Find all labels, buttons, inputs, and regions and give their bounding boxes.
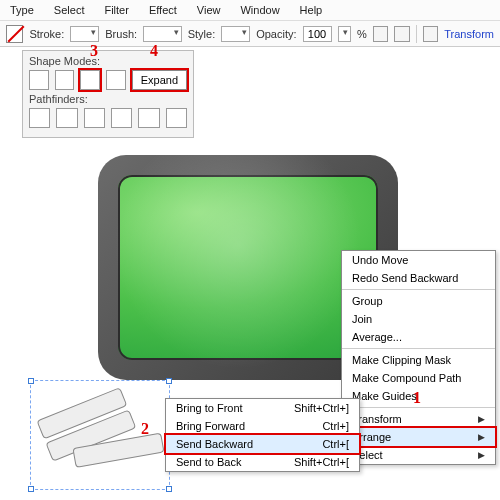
menu-filter[interactable]: Filter (100, 2, 132, 18)
callout-2: 2 (141, 420, 149, 438)
ctx-join[interactable]: Join (342, 310, 495, 328)
stroke-swatch-none[interactable] (6, 25, 23, 43)
device-screen (118, 175, 378, 360)
options-bar: Stroke: Brush: Style: Opacity: 100 % Tra… (0, 21, 500, 47)
menu-window[interactable]: Window (236, 2, 283, 18)
stroke-dropdown[interactable] (70, 26, 99, 42)
style-dropdown[interactable] (221, 26, 250, 42)
handle-se[interactable] (166, 486, 172, 492)
ctx-make-compound-path[interactable]: Make Compound Path (342, 369, 495, 387)
menu-help[interactable]: Help (296, 2, 327, 18)
toolbar-icon-2[interactable] (394, 26, 409, 42)
callout-3: 3 (90, 42, 98, 60)
percent-label: % (357, 28, 367, 40)
ctx-group[interactable]: Group (342, 292, 495, 310)
ctx-make-clipping-mask[interactable]: Make Clipping Mask (342, 351, 495, 369)
handle-sw[interactable] (28, 486, 34, 492)
ctx-arrange[interactable]: Arrange▶ (342, 428, 495, 446)
opacity-field[interactable]: 100 (303, 26, 332, 42)
handle-ne[interactable] (166, 378, 172, 384)
sub-send-backward[interactable]: Send BackwardCtrl+[ (166, 435, 359, 453)
menu-view[interactable]: View (193, 2, 225, 18)
sub-send-to-back[interactable]: Send to BackShift+Ctrl+[ (166, 453, 359, 471)
chevron-right-icon: ▶ (478, 450, 485, 460)
menubar: Type Select Filter Effect View Window He… (0, 0, 500, 21)
pathfinder-crop[interactable] (111, 108, 132, 128)
callout-1: 1 (413, 389, 421, 407)
shape-modes-label: Shape Modes: (29, 55, 187, 67)
transform-link[interactable]: Transform (444, 28, 494, 40)
chevron-right-icon: ▶ (478, 414, 485, 424)
pathfinder-merge[interactable] (84, 108, 105, 128)
ctx-select[interactable]: Select▶ (342, 446, 495, 464)
pathfinder-divide[interactable] (29, 108, 50, 128)
toolbar-icon-1[interactable] (373, 26, 388, 42)
pathfinder-trim[interactable] (56, 108, 77, 128)
context-menu: Undo Move Redo Send Backward Group Join … (341, 250, 496, 465)
sub-bring-to-front[interactable]: Bring to FrontShift+Ctrl+] (166, 399, 359, 417)
pathfinder-panel: Shape Modes: Expand Pathfinders: (22, 50, 194, 138)
chevron-right-icon: ▶ (478, 432, 485, 442)
arrange-submenu: Bring to FrontShift+Ctrl+] Bring Forward… (165, 398, 360, 472)
sub-bring-forward[interactable]: Bring ForwardCtrl+] (166, 417, 359, 435)
pathfinders-label: Pathfinders: (29, 93, 187, 105)
ctx-redo-send-backward[interactable]: Redo Send Backward (342, 269, 495, 287)
ctx-undo-move[interactable]: Undo Move (342, 251, 495, 269)
stroke-label: Stroke: (29, 28, 64, 40)
shape-mode-add[interactable] (29, 70, 49, 90)
brush-dropdown[interactable] (143, 26, 182, 42)
expand-button[interactable]: Expand (132, 70, 187, 90)
callout-4: 4 (150, 42, 158, 60)
menu-select[interactable]: Select (50, 2, 89, 18)
opacity-dropdown[interactable] (338, 26, 352, 42)
ctx-average[interactable]: Average... (342, 328, 495, 346)
opacity-label: Opacity: (256, 28, 296, 40)
shape-mode-subtract[interactable] (55, 70, 75, 90)
toolbar-icon-3[interactable] (423, 26, 438, 42)
style-label: Style: (188, 28, 216, 40)
pathfinder-outline[interactable] (138, 108, 159, 128)
menu-type[interactable]: Type (6, 2, 38, 18)
separator (416, 25, 417, 43)
ctx-transform[interactable]: Transform▶ (342, 410, 495, 428)
shape-mode-exclude[interactable] (106, 70, 126, 90)
menu-effect[interactable]: Effect (145, 2, 181, 18)
brush-label: Brush: (105, 28, 137, 40)
shape-mode-intersect[interactable] (80, 70, 100, 90)
handle-nw[interactable] (28, 378, 34, 384)
